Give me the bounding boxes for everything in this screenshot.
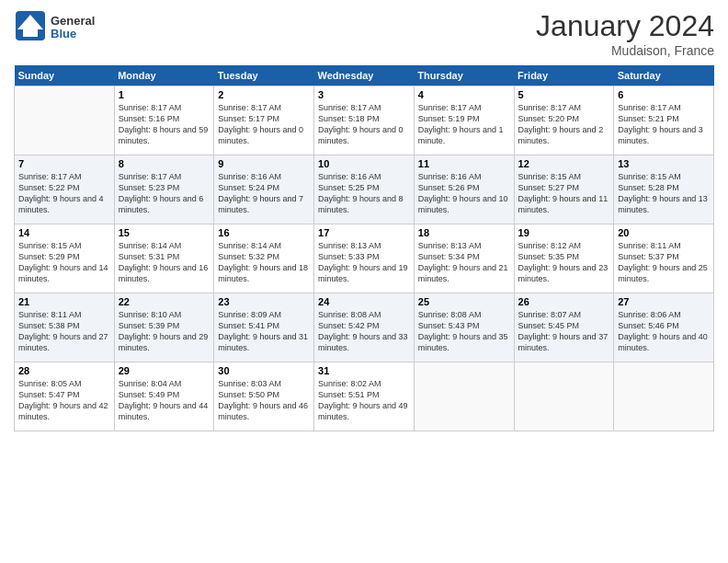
- day-number: 10: [318, 158, 410, 169]
- day-number: 27: [618, 296, 710, 307]
- cell-info: Sunrise: 8:14 AMSunset: 5:31 PMDaylight:…: [119, 240, 210, 285]
- calendar-cell: 31Sunrise: 8:02 AMSunset: 5:51 PMDayligh…: [314, 362, 415, 431]
- calendar-cell: 11Sunrise: 8:16 AMSunset: 5:26 PMDayligh…: [414, 155, 514, 224]
- calendar-cell: 16Sunrise: 8:14 AMSunset: 5:32 PMDayligh…: [214, 224, 314, 293]
- cell-info: Sunrise: 8:09 AMSunset: 5:41 PMDaylight:…: [218, 309, 310, 354]
- weekday-header-saturday: Saturday: [614, 65, 714, 86]
- logo-blue-text: Blue: [51, 27, 76, 40]
- title-block: January 2024 Mudaison, France: [536, 9, 714, 58]
- calendar-week-row: 28Sunrise: 8:05 AMSunset: 5:47 PMDayligh…: [15, 362, 714, 431]
- calendar-cell: [614, 362, 714, 431]
- cell-info: Sunrise: 8:17 AMSunset: 5:20 PMDaylight:…: [518, 102, 610, 147]
- cell-info: Sunrise: 8:17 AMSunset: 5:17 PMDaylight:…: [218, 102, 310, 147]
- calendar-cell: 21Sunrise: 8:11 AMSunset: 5:38 PMDayligh…: [15, 293, 115, 362]
- svg-rect-2: [23, 29, 38, 37]
- calendar-week-row: 1Sunrise: 8:17 AMSunset: 5:16 PMDaylight…: [15, 86, 714, 155]
- day-number: 5: [518, 89, 610, 100]
- calendar-cell: 1Sunrise: 8:17 AMSunset: 5:16 PMDaylight…: [114, 86, 214, 155]
- location-text: Mudaison, France: [536, 43, 714, 58]
- day-number: 30: [218, 365, 310, 376]
- calendar-week-row: 14Sunrise: 8:15 AMSunset: 5:29 PMDayligh…: [15, 224, 714, 293]
- calendar-cell: 6Sunrise: 8:17 AMSunset: 5:21 PMDaylight…: [614, 86, 714, 155]
- cell-info: Sunrise: 8:15 AMSunset: 5:27 PMDaylight:…: [518, 171, 610, 216]
- cell-info: Sunrise: 8:17 AMSunset: 5:19 PMDaylight:…: [418, 102, 510, 147]
- day-number: 16: [218, 227, 310, 238]
- calendar-cell: 30Sunrise: 8:03 AMSunset: 5:50 PMDayligh…: [214, 362, 314, 431]
- day-number: 22: [119, 296, 210, 307]
- calendar-cell: [514, 362, 614, 431]
- calendar-cell: 9Sunrise: 8:16 AMSunset: 5:24 PMDaylight…: [214, 155, 314, 224]
- day-number: 29: [119, 365, 210, 376]
- calendar-cell: 15Sunrise: 8:14 AMSunset: 5:31 PMDayligh…: [114, 224, 214, 293]
- day-number: 12: [518, 158, 610, 169]
- cell-info: Sunrise: 8:05 AMSunset: 5:47 PMDaylight:…: [18, 378, 110, 423]
- calendar-cell: 10Sunrise: 8:16 AMSunset: 5:25 PMDayligh…: [314, 155, 415, 224]
- cell-info: Sunrise: 8:17 AMSunset: 5:23 PMDaylight:…: [119, 171, 210, 216]
- cell-info: Sunrise: 8:10 AMSunset: 5:39 PMDaylight:…: [119, 309, 210, 354]
- cell-info: Sunrise: 8:15 AMSunset: 5:29 PMDaylight:…: [18, 240, 110, 285]
- day-number: 23: [218, 296, 310, 307]
- calendar-cell: 29Sunrise: 8:04 AMSunset: 5:49 PMDayligh…: [114, 362, 214, 431]
- logo-icon: [14, 9, 47, 42]
- cell-info: Sunrise: 8:11 AMSunset: 5:38 PMDaylight:…: [18, 309, 110, 354]
- cell-info: Sunrise: 8:13 AMSunset: 5:34 PMDaylight:…: [418, 240, 510, 285]
- calendar-cell: 2Sunrise: 8:17 AMSunset: 5:17 PMDaylight…: [214, 86, 314, 155]
- cell-info: Sunrise: 8:16 AMSunset: 5:26 PMDaylight:…: [418, 171, 510, 216]
- calendar-cell: 19Sunrise: 8:12 AMSunset: 5:35 PMDayligh…: [514, 224, 614, 293]
- cell-info: Sunrise: 8:06 AMSunset: 5:46 PMDaylight:…: [618, 309, 710, 354]
- cell-info: Sunrise: 8:17 AMSunset: 5:18 PMDaylight:…: [318, 102, 410, 147]
- calendar-cell: 3Sunrise: 8:17 AMSunset: 5:18 PMDaylight…: [314, 86, 415, 155]
- calendar-cell: 17Sunrise: 8:13 AMSunset: 5:33 PMDayligh…: [314, 224, 415, 293]
- cell-info: Sunrise: 8:16 AMSunset: 5:25 PMDaylight:…: [318, 171, 410, 216]
- calendar-cell: 13Sunrise: 8:15 AMSunset: 5:28 PMDayligh…: [614, 155, 714, 224]
- day-number: 6: [618, 89, 710, 100]
- calendar-cell: 22Sunrise: 8:10 AMSunset: 5:39 PMDayligh…: [114, 293, 214, 362]
- weekday-header-wednesday: Wednesday: [314, 65, 415, 86]
- calendar-cell: [15, 86, 115, 155]
- calendar-cell: [414, 362, 514, 431]
- cell-info: Sunrise: 8:17 AMSunset: 5:21 PMDaylight:…: [618, 102, 710, 147]
- weekday-header-thursday: Thursday: [414, 65, 514, 86]
- cell-info: Sunrise: 8:08 AMSunset: 5:42 PMDaylight:…: [318, 309, 410, 354]
- cell-info: Sunrise: 8:03 AMSunset: 5:50 PMDaylight:…: [218, 378, 310, 423]
- cell-info: Sunrise: 8:17 AMSunset: 5:16 PMDaylight:…: [119, 102, 210, 147]
- calendar-cell: 5Sunrise: 8:17 AMSunset: 5:20 PMDaylight…: [514, 86, 614, 155]
- calendar-cell: 18Sunrise: 8:13 AMSunset: 5:34 PMDayligh…: [414, 224, 514, 293]
- calendar-cell: 26Sunrise: 8:07 AMSunset: 5:45 PMDayligh…: [514, 293, 614, 362]
- day-number: 7: [18, 158, 110, 169]
- calendar-week-row: 21Sunrise: 8:11 AMSunset: 5:38 PMDayligh…: [15, 293, 714, 362]
- day-number: 28: [18, 365, 110, 376]
- day-number: 2: [218, 89, 310, 100]
- calendar-cell: 24Sunrise: 8:08 AMSunset: 5:42 PMDayligh…: [314, 293, 415, 362]
- day-number: 15: [119, 227, 210, 238]
- day-number: 18: [418, 227, 510, 238]
- day-number: 13: [618, 158, 710, 169]
- day-number: 24: [318, 296, 410, 307]
- weekday-header-friday: Friday: [514, 65, 614, 86]
- cell-info: Sunrise: 8:08 AMSunset: 5:43 PMDaylight:…: [418, 309, 510, 354]
- weekday-header-tuesday: Tuesday: [214, 65, 314, 86]
- day-number: 25: [418, 296, 510, 307]
- day-number: 3: [318, 89, 410, 100]
- calendar-cell: 20Sunrise: 8:11 AMSunset: 5:37 PMDayligh…: [614, 224, 714, 293]
- day-number: 19: [518, 227, 610, 238]
- calendar-cell: 25Sunrise: 8:08 AMSunset: 5:43 PMDayligh…: [414, 293, 514, 362]
- cell-info: Sunrise: 8:12 AMSunset: 5:35 PMDaylight:…: [518, 240, 610, 285]
- day-number: 4: [418, 89, 510, 100]
- logo: General Blue: [14, 9, 95, 46]
- page-header: General Blue January 2024 Mudaison, Fran…: [14, 9, 714, 58]
- logo-general-text: General: [51, 14, 95, 28]
- cell-info: Sunrise: 8:04 AMSunset: 5:49 PMDaylight:…: [119, 378, 210, 423]
- cell-info: Sunrise: 8:14 AMSunset: 5:32 PMDaylight:…: [218, 240, 310, 285]
- weekday-header-monday: Monday: [114, 65, 214, 86]
- month-title: January 2024: [536, 9, 714, 43]
- day-number: 8: [119, 158, 210, 169]
- day-number: 31: [318, 365, 410, 376]
- day-number: 14: [18, 227, 110, 238]
- calendar-cell: 4Sunrise: 8:17 AMSunset: 5:19 PMDaylight…: [414, 86, 514, 155]
- day-number: 9: [218, 158, 310, 169]
- cell-info: Sunrise: 8:07 AMSunset: 5:45 PMDaylight:…: [518, 309, 610, 354]
- calendar-cell: 14Sunrise: 8:15 AMSunset: 5:29 PMDayligh…: [15, 224, 115, 293]
- day-number: 21: [18, 296, 110, 307]
- calendar-cell: 12Sunrise: 8:15 AMSunset: 5:27 PMDayligh…: [514, 155, 614, 224]
